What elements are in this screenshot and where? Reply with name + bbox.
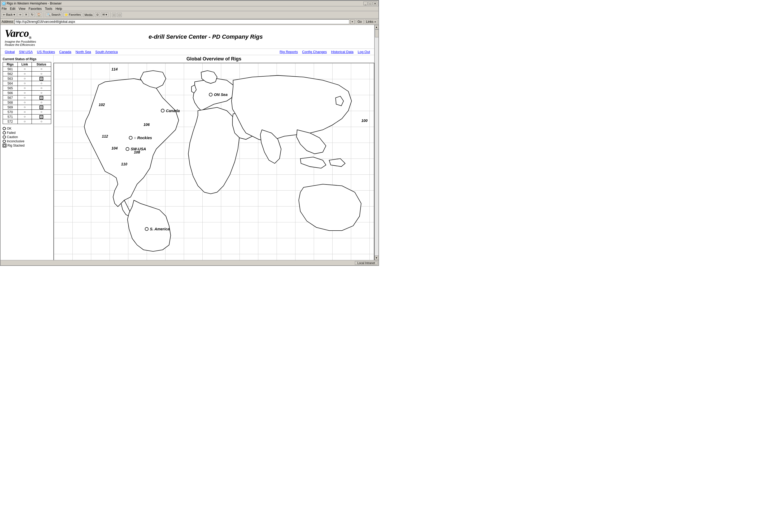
rig-link-status: ○ — [17, 95, 32, 100]
window-btn-1[interactable]: □ — [112, 13, 117, 17]
rig-link-status: ○ — [17, 91, 32, 95]
table-row[interactable]: 572○○ — [3, 119, 51, 124]
rig-number: 565 — [3, 86, 18, 91]
rig-status: ○ — [32, 72, 51, 76]
menu-edit[interactable]: Edit — [10, 7, 16, 11]
forward-button[interactable]: ⇒ — [17, 13, 22, 17]
address-input[interactable] — [14, 19, 349, 24]
table-row[interactable]: 571○ — [3, 115, 51, 119]
nav-canada[interactable]: Canada — [59, 50, 71, 54]
table-row[interactable]: 569○ — [3, 105, 51, 110]
nav-north-sea[interactable]: North Sea — [76, 50, 91, 54]
mail-button[interactable]: ✉ ▾ — [101, 13, 109, 17]
rig-status: ○ — [32, 119, 51, 124]
links-button[interactable]: Links » — [365, 19, 377, 24]
media-button[interactable]: Media — [83, 13, 94, 17]
rig-link-status: ○ — [17, 110, 32, 115]
rig-number: 563 — [3, 76, 18, 81]
scroll-track[interactable] — [374, 29, 379, 256]
svg-point-4 — [126, 148, 129, 150]
scroll-down-button[interactable]: ▼ — [374, 256, 379, 260]
table-row[interactable]: 565○○ — [3, 86, 51, 91]
rig-status — [32, 105, 51, 110]
legend-stacked: Rig Stacked — [3, 144, 51, 148]
table-row[interactable]: 561○○ — [3, 67, 51, 72]
table-row[interactable]: 567○ — [3, 95, 51, 100]
legend-failed: Failed — [3, 131, 51, 135]
nav-global[interactable]: Global — [5, 50, 15, 54]
scroll-thumb[interactable] — [375, 29, 379, 37]
scroll-up-button[interactable]: ▲ — [374, 25, 379, 29]
legend: OK Failed Caution Inconclusive — [3, 127, 51, 148]
rig-link-status: ○ — [17, 100, 32, 105]
search-button[interactable]: 🔍 Search — [46, 13, 62, 17]
vertical-scrollbar[interactable]: ▲ ▼ — [374, 25, 378, 260]
panel-title: Current Status of Rigs — [3, 57, 51, 61]
menu-view[interactable]: View — [18, 7, 25, 11]
nav-sw-usa[interactable]: SW-USA — [19, 50, 33, 54]
rig-number: 567 — [3, 95, 18, 100]
rig-link-status: ○ — [17, 119, 32, 124]
svg-text:○ Rockies: ○ Rockies — [134, 136, 152, 140]
tagline2: Realize the Efficiencies — [5, 43, 36, 47]
menu-tools[interactable]: Tools — [45, 7, 52, 11]
rig-link-status: ○ — [17, 67, 32, 72]
table-row[interactable]: 562○○ — [3, 72, 51, 76]
favorites-button[interactable]: ⭐ Favorites — [63, 13, 82, 17]
svg-point-0 — [161, 109, 164, 112]
stop-button[interactable]: ✕ — [23, 13, 29, 17]
menu-help[interactable]: Help — [55, 7, 62, 11]
minimize-button[interactable]: _ — [363, 2, 367, 5]
rig-number: 564 — [3, 81, 18, 86]
history-button[interactable]: ⊙ — [95, 13, 100, 17]
ref-112: 112 — [102, 134, 108, 138]
window-btn-2[interactable]: □ — [117, 13, 122, 17]
logo-section: Varco® Imagine the Possibilities Realize… — [5, 27, 36, 47]
ref-110: 110 — [121, 162, 127, 166]
maximize-button[interactable]: □ — [368, 2, 372, 5]
refresh-button[interactable]: ↻ — [30, 13, 35, 17]
go-button[interactable]: Go — [356, 19, 363, 24]
menu-favorites[interactable]: Favorites — [29, 7, 42, 11]
rig-number: 571 — [3, 115, 18, 119]
ref-114: 114 — [111, 67, 118, 71]
nav-log-out[interactable]: Log Out — [358, 50, 370, 54]
title-bar: 🌐 Rigs in Western Hemisphere - Browser _… — [1, 1, 378, 6]
svg-text:Canada: Canada — [166, 109, 180, 113]
rig-status — [32, 76, 51, 81]
nav-us-rockies[interactable]: US Rockies — [37, 50, 55, 54]
address-dropdown[interactable]: ▾ — [350, 19, 355, 24]
menu-bar: File Edit View Favorites Tools Help — [1, 6, 378, 11]
page-title: e-drill Service Center - PD Company Rigs — [41, 33, 370, 40]
status-bar: Local Intranet — [1, 260, 378, 265]
ref-100: 100 — [362, 118, 367, 123]
nav-rig-reports[interactable]: Rig Reports — [280, 50, 298, 54]
home-button[interactable]: 🏠 — [36, 13, 42, 17]
close-button[interactable]: ✕ — [373, 2, 377, 5]
rig-number: 569 — [3, 105, 18, 110]
legend-inconclusive: Inconclusive — [3, 139, 51, 143]
rig-link-status: ○ — [17, 72, 32, 76]
rig-number: 570 — [3, 110, 18, 115]
rig-status: ○ — [32, 100, 51, 105]
rig-link-status: ○ — [17, 76, 32, 81]
rig-link-status: ○ — [17, 105, 32, 110]
table-row[interactable]: 568○○ — [3, 100, 51, 105]
nav-south-america[interactable]: South America — [95, 50, 118, 54]
ref-102: 102 — [99, 103, 105, 107]
page-header: Varco® Imagine the Possibilities Realize… — [1, 25, 374, 49]
svg-text:S. America: S. America — [150, 227, 169, 231]
menu-file[interactable]: File — [2, 7, 7, 11]
table-row[interactable]: 566○○ — [3, 91, 51, 95]
nav-historical-data[interactable]: Historical Data — [331, 50, 354, 54]
map-title: Global Overview of Rigs — [53, 55, 374, 63]
table-row[interactable]: 570○○ — [3, 110, 51, 115]
nav-bar: Global SW-USA US Rockies Canada North Se… — [1, 49, 374, 55]
nav-config-changes[interactable]: Config Changes — [302, 50, 327, 54]
map-container[interactable]: Canada ○ Rockies SW-USA S. America — [53, 63, 374, 260]
rig-link-status: ○ — [17, 81, 32, 86]
varco-logo: Varco® — [5, 27, 36, 40]
table-row[interactable]: 563○ — [3, 76, 51, 81]
table-row[interactable]: 564○○ — [3, 81, 51, 86]
back-button[interactable]: ⇐ Back ▾ — [2, 13, 17, 17]
